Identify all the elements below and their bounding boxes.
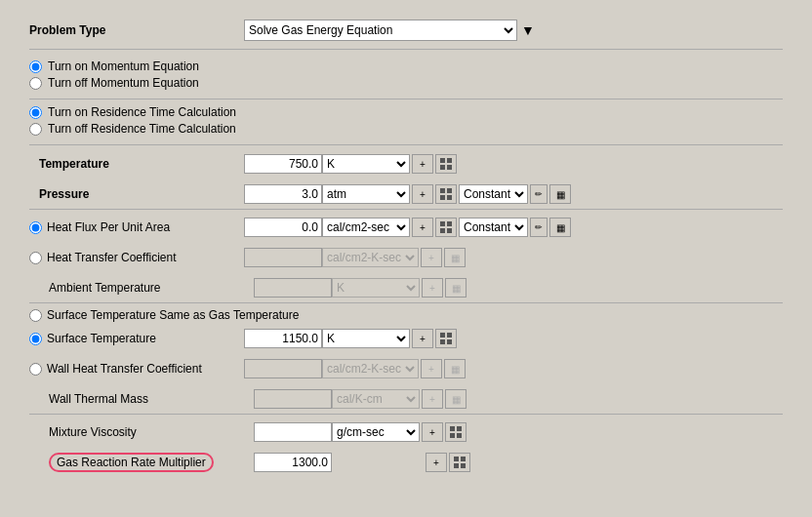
- wall-heat-row: Wall Heat Transfer Coefficient cal/cm2-K…: [29, 356, 783, 381]
- mixture-viscosity-grid-btn[interactable]: [445, 422, 467, 442]
- surface-same-label: Surface Temperature Same as Gas Temperat…: [47, 308, 299, 322]
- momentum-off-radio[interactable]: [29, 77, 42, 90]
- gas-reaction-rate-input[interactable]: [254, 453, 332, 472]
- grid-icon5: [450, 426, 462, 438]
- grid-icon2: [440, 188, 452, 200]
- gas-reaction-rate-label: Gas Reaction Rate Multiplier: [57, 456, 206, 469]
- pressure-edit-btn[interactable]: ✏: [530, 184, 548, 204]
- heat-flux-radio-label: Heat Flux Per Unit Area: [29, 220, 244, 234]
- surface-same-row: Surface Temperature Same as Gas Temperat…: [29, 308, 783, 322]
- heat-flux-edit-btn[interactable]: ✏: [530, 218, 548, 237]
- pressure-grid-btn[interactable]: [435, 184, 457, 204]
- ambient-temp-row: Ambient Temperature K + ▦: [29, 275, 783, 303]
- ambient-temp-unit-select: K: [332, 278, 420, 298]
- problem-type-dropdown-icon: ▼: [521, 22, 535, 38]
- temperature-unit-select[interactable]: K: [322, 154, 410, 174]
- heat-flux-unit-select[interactable]: cal/cm2-sec: [322, 218, 410, 237]
- heat-flux-row: Heat Flux Per Unit Area cal/cm2-sec + Co…: [29, 215, 783, 240]
- wall-thermal-plus-btn: +: [422, 389, 443, 409]
- heat-flux-radio[interactable]: [29, 221, 42, 234]
- gas-reaction-rate-grid-btn[interactable]: [449, 453, 470, 472]
- problem-type-select[interactable]: Solve Gas Energy Equation: [244, 20, 517, 41]
- pressure-plus-btn[interactable]: +: [412, 184, 433, 204]
- residence-on-label: Turn on Residence Time Calculation: [48, 105, 236, 119]
- grid-icon4: [440, 333, 452, 344]
- heat-flux-table-btn[interactable]: ▦: [549, 218, 571, 237]
- mixture-viscosity-unit-select[interactable]: g/cm-sec: [332, 422, 420, 442]
- surface-temp-input[interactable]: [244, 329, 322, 348]
- surface-same-radio[interactable]: [29, 309, 42, 322]
- heat-transfer-grid-btn: ▦: [444, 248, 466, 267]
- heat-flux-label: Heat Flux Per Unit Area: [47, 220, 170, 234]
- main-panel: Problem Type Solve Gas Energy Equation ▼…: [10, 10, 802, 490]
- problem-type-label: Problem Type: [29, 23, 244, 37]
- temperature-row: Temperature K +: [29, 151, 783, 177]
- residence-off-label: Turn off Residence Time Calculation: [48, 122, 236, 136]
- wall-thermal-input: [254, 389, 332, 409]
- surface-temp-radio[interactable]: [29, 333, 42, 345]
- surface-temp-row: Surface Temperature K +: [29, 326, 783, 351]
- ambient-temp-label: Ambient Temperature: [39, 281, 254, 295]
- wall-thermal-label: Wall Thermal Mass: [39, 392, 254, 406]
- momentum-on-radio[interactable]: [29, 60, 42, 73]
- residence-on-item: Turn on Residence Time Calculation: [29, 105, 783, 119]
- heat-transfer-plus-btn: +: [421, 248, 442, 267]
- table-icon: ▦: [556, 189, 565, 200]
- ambient-temp-plus-btn: +: [422, 278, 443, 298]
- plus-icon: +: [420, 159, 426, 170]
- temperature-plus-btn[interactable]: +: [412, 154, 433, 174]
- surface-temp-plus-btn[interactable]: +: [412, 329, 433, 348]
- surface-temp-grid-btn[interactable]: [435, 329, 457, 348]
- temperature-label: Temperature: [29, 157, 244, 171]
- heat-transfer-radio-label: Heat Transfer Coefficient: [29, 251, 244, 264]
- mixture-viscosity-input[interactable]: [254, 422, 332, 442]
- grid-icon3: [440, 221, 452, 233]
- mixture-viscosity-label: Mixture Viscosity: [39, 425, 254, 439]
- pressure-row: Pressure atm + Constant ✏ ▦: [29, 181, 783, 210]
- ambient-temp-grid-btn: ▦: [445, 278, 467, 298]
- heat-section: Heat Flux Per Unit Area cal/cm2-sec + Co…: [29, 215, 783, 270]
- ambient-temp-input: [254, 278, 332, 298]
- gas-reaction-rate-plus-btn[interactable]: +: [426, 453, 447, 472]
- temperature-grid-btn[interactable]: [435, 154, 457, 174]
- momentum-on-label: Turn on Momentum Equation: [48, 60, 199, 73]
- gas-reaction-rate-row: Gas Reaction Rate Multiplier +: [29, 450, 783, 475]
- surface-temp-radio-label: Surface Temperature: [29, 332, 244, 345]
- residence-time-radio-group: Turn on Residence Time Calculation Turn …: [29, 105, 783, 145]
- heat-flux-plus-btn[interactable]: +: [412, 218, 433, 237]
- pressure-input[interactable]: [244, 184, 322, 204]
- heat-flux-profile-select[interactable]: Constant: [459, 218, 528, 237]
- heat-flux-input[interactable]: [244, 218, 322, 237]
- pressure-profile-select[interactable]: Constant: [459, 184, 528, 204]
- heat-transfer-radio[interactable]: [29, 252, 42, 264]
- residence-on-radio[interactable]: [29, 106, 42, 119]
- heat-transfer-input: [244, 248, 322, 267]
- pressure-label: Pressure: [29, 187, 244, 201]
- wall-thermal-unit-select: cal/K-cm: [332, 389, 420, 409]
- surface-temp-label: Surface Temperature: [47, 332, 156, 345]
- temperature-input[interactable]: [244, 154, 322, 174]
- wall-heat-radio[interactable]: [29, 363, 42, 376]
- wall-thermal-row: Wall Thermal Mass cal/K-cm + ▦: [29, 386, 783, 415]
- mixture-viscosity-row: Mixture Viscosity g/cm-sec +: [29, 419, 783, 445]
- momentum-on-item: Turn on Momentum Equation: [29, 60, 783, 73]
- heat-transfer-unit-select: cal/cm2-K-sec: [322, 248, 419, 267]
- residence-off-item: Turn off Residence Time Calculation: [29, 122, 783, 136]
- pressure-table-btn[interactable]: ▦: [549, 184, 571, 204]
- gas-reaction-rate-label-container: Gas Reaction Rate Multiplier: [39, 453, 254, 472]
- mixture-viscosity-plus-btn[interactable]: +: [422, 422, 443, 442]
- heat-transfer-label: Heat Transfer Coefficient: [47, 251, 177, 264]
- wall-heat-input: [244, 359, 322, 378]
- momentum-radio-group: Turn on Momentum Equation Turn off Momen…: [29, 60, 783, 99]
- momentum-off-label: Turn off Momentum Equation: [48, 76, 199, 90]
- heat-transfer-row: Heat Transfer Coefficient cal/cm2-K-sec …: [29, 245, 783, 270]
- wall-heat-unit-select: cal/cm2-K-sec: [322, 359, 419, 378]
- pressure-unit-select[interactable]: atm: [322, 184, 410, 204]
- grid-icon6: [454, 457, 466, 468]
- wall-heat-grid-btn: ▦: [444, 359, 466, 378]
- wall-heat-label: Wall Heat Transfer Coefficient: [47, 362, 202, 376]
- grid-icon: [440, 158, 452, 170]
- residence-off-radio[interactable]: [29, 123, 42, 136]
- surface-temp-unit-select[interactable]: K: [322, 329, 410, 348]
- heat-flux-grid-btn[interactable]: [435, 218, 457, 237]
